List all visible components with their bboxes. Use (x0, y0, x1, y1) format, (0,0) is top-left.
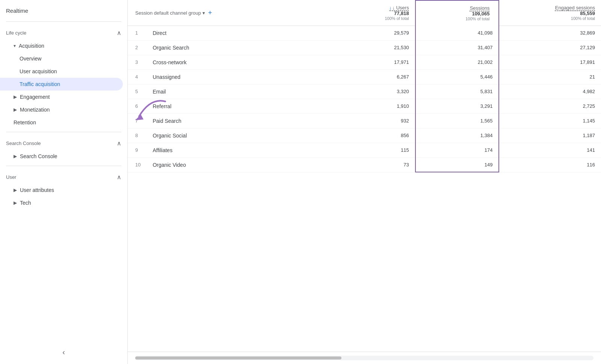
row-channel: Organic Video (146, 157, 344, 172)
sidebar-item-user-acquisition[interactable]: User acquisition (0, 65, 123, 78)
sidebar: Realtime Life cycle ∧ ▾ Acquisition Over… (0, 0, 128, 364)
row-engaged-sessions: 2,725 (499, 99, 601, 113)
table-row: 3 Cross-network 17,971 21,002 17,891 (128, 55, 601, 69)
row-engaged-sessions: 1,145 (499, 113, 601, 128)
acquisition-expand-icon: ▾ (14, 43, 16, 48)
sessions-total: 109,065 (472, 11, 489, 17)
dropdown-icon[interactable]: ▾ (202, 10, 205, 16)
channel-filter-button[interactable]: Session default channel group ▾ (135, 10, 205, 16)
user-attributes-expand-icon: ▶ (14, 187, 17, 193)
row-channel: Cross-network (146, 55, 344, 69)
row-channel: Unassigned (146, 69, 344, 84)
traffic-acquisition-table: Session default channel group ▾ + ↓↓ Use… (128, 0, 601, 172)
sidebar-item-overview[interactable]: Overview (0, 52, 123, 65)
row-sessions: 21,002 (415, 55, 499, 69)
scrollbar-thumb[interactable] (135, 356, 341, 359)
row-users: 1,910 (344, 99, 415, 113)
channel-group-label: Session default channel group (135, 10, 201, 16)
users-header: ↓↓ Users 77,818 100% of total (344, 0, 415, 26)
sidebar-item-engagement[interactable]: ▶ Engagement (0, 91, 123, 103)
row-users: 932 (344, 113, 415, 128)
search-console-section-header: Search Console ∧ (0, 135, 127, 150)
engaged-sessions-subtotal: 100% of total (571, 16, 595, 21)
table-row: 4 Unassigned 6,267 5,446 21 (128, 69, 601, 84)
sessions-header-label: Sessions (470, 5, 490, 11)
user-section-header: User ∧ (0, 169, 127, 184)
row-rank: 2 (128, 40, 146, 55)
sidebar-realtime[interactable]: Realtime (0, 3, 127, 18)
user-attributes-label: User attributes (20, 187, 54, 193)
row-sessions: 31,407 (415, 40, 499, 55)
lifecycle-chevron[interactable]: ∧ (117, 29, 121, 36)
user-chevron[interactable]: ∧ (117, 174, 121, 181)
overview-label: Overview (20, 56, 41, 62)
row-users: 115 (344, 143, 415, 157)
table-row: 10 Organic Video 73 149 116 (128, 157, 601, 172)
sidebar-item-search-console[interactable]: ▶ Search Console (0, 150, 123, 163)
row-sessions: 1,565 (415, 113, 499, 128)
sidebar-divider-2 (6, 132, 121, 132)
table-row: 9 Affiliates 115 174 141 (128, 143, 601, 157)
table-row: 6 Referral 1,910 3,291 2,725 (128, 99, 601, 113)
sidebar-collapse-button[interactable]: ‹ (62, 348, 65, 356)
monetization-expand-icon: ▶ (14, 107, 17, 112)
sidebar-item-monetization[interactable]: ▶ Monetization (0, 103, 123, 116)
sidebar-item-acquisition-parent[interactable]: ▾ Acquisition (0, 39, 123, 52)
row-engaged-sessions: 21 (499, 69, 601, 84)
table-row: 1 Direct 29,579 41,098 32,869 (128, 26, 601, 40)
sidebar-item-retention[interactable]: Retention (0, 116, 123, 129)
row-channel: Organic Search (146, 40, 344, 55)
row-engaged-sessions: 141 (499, 143, 601, 157)
row-users: 6,267 (344, 69, 415, 84)
search-console-section-label: Search Console (6, 140, 41, 146)
sidebar-divider-1 (6, 21, 121, 22)
row-users: 73 (344, 157, 415, 172)
search-console-chevron[interactable]: ∧ (117, 140, 121, 147)
row-users: 29,579 (344, 26, 415, 40)
monetization-label: Monetization (20, 107, 50, 113)
engaged-sessions-header: Engaged sessions 85,559 100% of total (499, 0, 601, 26)
row-sessions: 5,446 (415, 69, 499, 84)
acquisition-label: Acquisition (19, 43, 44, 49)
tech-label: Tech (20, 200, 31, 206)
table-row: 5 Email 3,320 5,831 4,982 (128, 84, 601, 99)
lifecycle-section-header: Life cycle ∧ (0, 25, 127, 39)
row-sessions: 1,384 (415, 128, 499, 143)
add-column-button[interactable]: + (208, 9, 212, 17)
row-sessions: 3,291 (415, 99, 499, 113)
tech-expand-icon: ▶ (14, 200, 17, 205)
sidebar-item-traffic-acquisition[interactable]: Traffic acquisition (0, 78, 123, 91)
sessions-subtotal: 100% of total (465, 17, 489, 21)
engaged-sessions-header-label: Engaged sessions (555, 5, 595, 11)
row-channel: Affiliates (146, 143, 344, 157)
row-rank: 9 (128, 143, 146, 157)
row-rank: 8 (128, 128, 146, 143)
row-engaged-sessions: 17,891 (499, 55, 601, 69)
row-channel: Organic Social (146, 128, 344, 143)
row-users: 17,971 (344, 55, 415, 69)
row-engaged-sessions: 27,129 (499, 40, 601, 55)
bottom-scrollbar-area (128, 352, 601, 364)
channel-group-header: Session default channel group ▾ + (128, 0, 344, 26)
row-sessions: 149 (415, 157, 499, 172)
row-rank: 7 (128, 113, 146, 128)
engagement-expand-icon: ▶ (14, 94, 17, 100)
users-header-label: ↓↓ Users (389, 5, 409, 11)
search-console-label: Search Console (20, 153, 57, 159)
row-sessions: 174 (415, 143, 499, 157)
user-label: User (6, 174, 16, 180)
sidebar-item-user-attributes[interactable]: ▶ User attributes (0, 184, 123, 196)
lifecycle-label: Life cycle (6, 30, 26, 36)
horizontal-scrollbar[interactable] (135, 356, 593, 360)
row-users: 3,320 (344, 84, 415, 99)
table-container: Session default channel group ▾ + ↓↓ Use… (128, 0, 601, 352)
user-acquisition-label: User acquisition (20, 68, 57, 74)
table-row: 8 Organic Social 856 1,384 1,187 (128, 128, 601, 143)
row-channel: Referral (146, 99, 344, 113)
row-engaged-sessions: 116 (499, 157, 601, 172)
sidebar-item-tech[interactable]: ▶ Tech (0, 196, 123, 209)
retention-label: Retention (14, 119, 36, 125)
engagement-label: Engagement (20, 94, 50, 100)
row-channel: Direct (146, 26, 344, 40)
row-engaged-sessions: 32,869 (499, 26, 601, 40)
